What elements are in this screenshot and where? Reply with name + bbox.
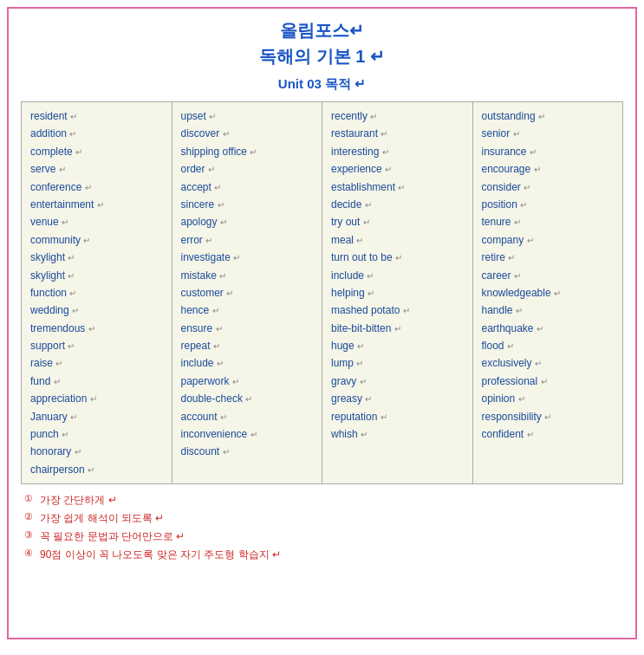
- title-line2: 독해의 기본 1 ↵: [21, 43, 623, 69]
- word-item: January ↵: [30, 408, 165, 425]
- word-item: gravy ↵: [331, 373, 465, 390]
- footnote-text: 가장 간단하게 ↵: [40, 493, 117, 508]
- col-4: outstanding ↵senior ↵insurance ↵encourag…: [472, 102, 623, 484]
- word-item: order ↵: [181, 160, 315, 178]
- word-item: wedding ↵: [30, 302, 165, 319]
- footnote-item: ①가장 간단하게 ↵: [24, 493, 623, 508]
- word-item: hence ↵: [181, 302, 315, 319]
- word-item: fund ↵: [30, 373, 165, 390]
- word-item: decide ↵: [331, 196, 465, 213]
- title-section: 올림포스↵ 독해의 기본 1 ↵: [21, 17, 623, 69]
- footnote-item: ②가장 쉽게 해석이 되도록 ↵: [24, 511, 623, 526]
- word-item: confident ↵: [482, 425, 616, 443]
- word-item: consider ↵: [482, 178, 616, 196]
- word-item: appreciation ↵: [30, 390, 165, 407]
- word-item: investigate ↵: [181, 249, 315, 266]
- footnote-number: ④: [24, 548, 40, 559]
- footnote-item: ③꼭 필요한 문법과 단어만으로 ↵: [24, 529, 623, 544]
- word-item: outstanding ↵: [482, 107, 616, 125]
- word-item: interesting ↵: [331, 143, 465, 160]
- word-item: upset ↵: [181, 107, 315, 125]
- word-item: raise ↵: [30, 354, 165, 372]
- footnote-text: 꼭 필요한 문법과 단어만으로 ↵: [40, 529, 185, 544]
- word-row: resident ↵addition ↵complete ↵serve ↵con…: [22, 102, 623, 484]
- word-item: huge ↵: [331, 337, 465, 354]
- word-item: position ↵: [482, 196, 616, 213]
- word-item: career ↵: [482, 267, 616, 284]
- word-item: turn out to be ↵: [331, 249, 465, 266]
- word-item: tremendous ↵: [30, 320, 165, 337]
- footnote-number: ③: [24, 529, 40, 541]
- word-item: flood ↵: [482, 337, 616, 354]
- word-item: greasy ↵: [331, 390, 465, 407]
- word-item: punch ↵: [30, 425, 165, 443]
- word-item: opinion ↵: [482, 390, 616, 407]
- footnote-number: ①: [24, 493, 40, 504]
- word-item: bite-bit-bitten ↵: [331, 320, 465, 337]
- word-item: accept ↵: [181, 178, 315, 196]
- col-3: recently ↵restaurant ↵interesting ↵exper…: [322, 102, 473, 484]
- word-item: serve ↵: [30, 160, 165, 178]
- word-item: knowledgeable ↵: [482, 284, 616, 302]
- word-item: apology ↵: [181, 213, 315, 230]
- word-item: responsibility ↵: [482, 408, 616, 425]
- word-item: repeat ↵: [181, 337, 315, 354]
- word-item: customer ↵: [181, 284, 315, 302]
- word-item: handle ↵: [482, 302, 616, 319]
- word-item: shipping office ↵: [181, 143, 315, 160]
- word-item: function ↵: [30, 284, 165, 302]
- footnotes: ①가장 간단하게 ↵②가장 쉽게 해석이 되도록 ↵③꼭 필요한 문법과 단어만…: [21, 493, 623, 562]
- word-item: try out ↵: [331, 213, 465, 230]
- word-item: experience ↵: [331, 160, 465, 178]
- word-item: support ↵: [30, 337, 165, 354]
- word-item: reputation ↵: [331, 408, 465, 425]
- word-item: mashed potato ↵: [331, 302, 465, 319]
- word-item: earthquake ↵: [482, 320, 616, 337]
- page-container: 올림포스↵ 독해의 기본 1 ↵ Unit 03 목적 ↵ resident ↵…: [7, 7, 637, 639]
- word-item: skylight ↵: [30, 267, 165, 284]
- word-item: include ↵: [181, 354, 315, 372]
- word-item: discount ↵: [181, 443, 315, 460]
- word-item: honorary ↵: [30, 443, 165, 460]
- footnote-text: 가장 쉽게 해석이 되도록 ↵: [40, 511, 164, 526]
- word-item: retire ↵: [482, 249, 616, 266]
- col-1: resident ↵addition ↵complete ↵serve ↵con…: [22, 102, 172, 484]
- word-item: tenure ↵: [482, 213, 616, 230]
- word-item: error ↵: [181, 231, 315, 249]
- word-item: recently ↵: [331, 107, 465, 125]
- unit-title: Unit 03 목적 ↵: [21, 76, 623, 93]
- word-item: include ↵: [331, 267, 465, 284]
- word-item: establishment ↵: [331, 178, 465, 196]
- word-item: company ↵: [482, 231, 616, 249]
- word-item: account ↵: [181, 408, 315, 425]
- title-line1: 올림포스↵: [21, 17, 623, 43]
- word-item: resident ↵: [30, 107, 165, 125]
- word-item: entertainment ↵: [30, 196, 165, 213]
- word-item: whish ↵: [331, 425, 465, 443]
- word-item: chairperson ↵: [30, 461, 165, 478]
- word-table: resident ↵addition ↵complete ↵serve ↵con…: [21, 101, 623, 484]
- word-item: community ↵: [30, 231, 165, 249]
- word-item: encourage ↵: [482, 160, 616, 178]
- word-item: addition ↵: [30, 125, 165, 142]
- word-item: skylight ↵: [30, 249, 165, 266]
- col-2: upset ↵discover ↵shipping office ↵order …: [172, 102, 322, 484]
- word-item: helping ↵: [331, 284, 465, 302]
- word-item: exclusively ↵: [482, 354, 616, 372]
- word-item: double-check ↵: [181, 390, 315, 407]
- footnote-item: ④90점 이상이 꼭 나오도록 맞은 자기 주도형 학습지 ↵: [24, 548, 623, 562]
- word-item: discover ↵: [181, 125, 315, 142]
- word-item: paperwork ↵: [181, 373, 315, 390]
- word-item: restaurant ↵: [331, 125, 465, 142]
- word-item: conference ↵: [30, 178, 165, 196]
- word-item: professional ↵: [482, 373, 616, 390]
- word-item: venue ↵: [30, 213, 165, 230]
- word-item: mistake ↵: [181, 267, 315, 284]
- word-item: senior ↵: [482, 125, 616, 142]
- word-item: meal ↵: [331, 231, 465, 249]
- footnote-number: ②: [24, 511, 40, 522]
- word-item: ensure ↵: [181, 320, 315, 337]
- word-item: complete ↵: [30, 143, 165, 160]
- footnote-text: 90점 이상이 꼭 나오도록 맞은 자기 주도형 학습지 ↵: [40, 548, 281, 562]
- word-item: insurance ↵: [482, 143, 616, 160]
